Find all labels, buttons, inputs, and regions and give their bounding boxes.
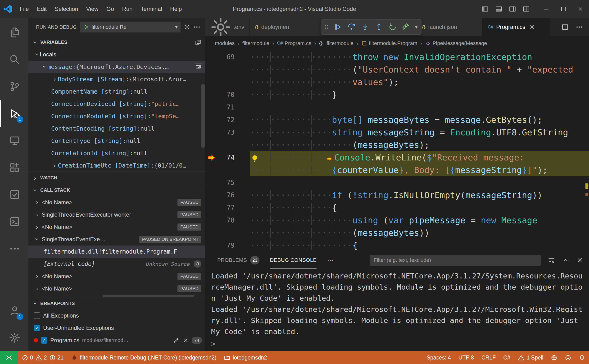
close-icon[interactable] (183, 337, 189, 343)
breadcrumb-item[interactable]: modules (215, 40, 234, 46)
breakpoint-checkbox[interactable]: ✓ (34, 325, 40, 331)
activity-search[interactable] (0, 46, 28, 73)
call-stack-section-header[interactable]: › CALL STACK (28, 184, 205, 196)
code-line-content[interactable]: ····················using (var pipeMessa… (250, 214, 589, 227)
layout-grid-icon[interactable] (523, 6, 530, 13)
code-line-content[interactable]: ················byte[] messageBytes = me… (250, 114, 589, 126)
gutter[interactable]: 74 (205, 151, 250, 164)
activity-tasks[interactable] (0, 181, 28, 208)
chevron-down-icon[interactable]: ▾ (414, 24, 419, 30)
gutter[interactable]: 76 (205, 189, 250, 202)
activity-remote-terminal[interactable] (0, 208, 28, 235)
menu-file[interactable]: File (16, 0, 33, 18)
activity-more-views[interactable] (0, 235, 28, 262)
call-stack-thread-row[interactable]: ›<No Name>PAUSED (28, 221, 205, 233)
gutter[interactable]: 78 (205, 214, 250, 227)
breadcrumb-item[interactable]: filtermodule.Program (361, 40, 417, 46)
breadcrumb-item[interactable]: PipeMessage(Message (425, 40, 487, 46)
chevron-icon[interactable]: › (33, 51, 41, 58)
breakpoints-section-header[interactable]: › BREAKPOINTS (28, 297, 205, 310)
status-eol[interactable]: CRLF (478, 351, 499, 364)
close-window-button[interactable] (572, 0, 589, 18)
step-into-button[interactable] (359, 21, 371, 33)
variable-row[interactable]: ›Locals (28, 48, 205, 61)
gutter[interactable] (205, 76, 250, 88)
call-stack-thread-row[interactable]: ›<No Name>PAUSED (28, 282, 205, 295)
chevron-icon[interactable]: › (34, 273, 40, 280)
activity-accounts[interactable]: 1 (0, 297, 28, 324)
breakpoint-row[interactable]: ✓User-Unhandled Exceptions (28, 322, 205, 334)
disconnect-button[interactable] (400, 21, 413, 33)
breadcrumb-item[interactable]: filtermodule (242, 40, 269, 46)
activity-extensions[interactable] (0, 154, 28, 181)
call-stack-thread-row[interactable]: ›SingleThreadEventExe…PAUSED ON BREAKPOI… (28, 233, 205, 246)
debug-session-status[interactable]: filtermodule Remote Debug (.NET Core) (i… (67, 351, 220, 364)
code-line-content[interactable] (250, 101, 589, 114)
menu-help[interactable]: Help (166, 0, 186, 18)
console-filter-input[interactable] (370, 255, 541, 266)
code-line-content[interactable]: ····················(messageBytes); (250, 139, 589, 151)
call-stack-thread-row[interactable]: ›<No Name>PAUSED (28, 270, 205, 282)
scrollbar-thumb[interactable] (201, 84, 205, 148)
restart-button[interactable] (386, 21, 399, 33)
variable-row[interactable]: ComponentName [string]: null (28, 85, 205, 98)
code-line-content[interactable]: ················if (!string.IsNullOrEmpt… (250, 189, 589, 202)
call-stack-frame-row[interactable]: filtermodule.dll!filtermodule.Program.F (28, 246, 205, 258)
split-editor-icon[interactable] (562, 23, 569, 31)
horizontal-scrollbar[interactable] (28, 295, 205, 297)
gutter[interactable] (205, 164, 250, 176)
tab-debug-console[interactable]: DEBUG CONSOLE (270, 252, 317, 268)
start-debugging-icon[interactable] (83, 24, 89, 30)
status-notifications[interactable] (575, 351, 589, 364)
gear-icon[interactable] (183, 23, 190, 31)
overview-ruler[interactable] (585, 51, 589, 252)
gutter[interactable] (205, 139, 250, 151)
step-out-button[interactable] (372, 21, 385, 33)
panel-more-actions-icon[interactable]: ⋯ (327, 256, 334, 264)
breadcrumb-item[interactable]: {}filtermodule (319, 40, 354, 46)
scrollbar-thumb[interactable] (103, 295, 194, 297)
more-actions-icon[interactable] (576, 23, 583, 31)
debug-config-dropdown[interactable]: filtermodule Re ▾ (80, 22, 181, 32)
call-stack-thread-row[interactable]: ›<No Name>PAUSED (28, 196, 205, 208)
console-prompt[interactable]: > (211, 338, 583, 349)
chevron-icon[interactable]: › (34, 223, 40, 231)
menu-terminal[interactable]: Terminal (136, 0, 166, 18)
chevron-icon[interactable]: › (51, 75, 58, 83)
gutter[interactable]: 79 (205, 239, 250, 252)
remote-indicator[interactable] (0, 351, 18, 364)
maximize-button[interactable] (555, 0, 572, 18)
activity-settings[interactable] (0, 324, 28, 351)
code-line-content[interactable]: ················} (250, 88, 589, 101)
code-line-content[interactable] (250, 176, 589, 189)
variable-row[interactable]: ContentType [string]: null (28, 135, 205, 147)
status-spell[interactable]: 1 Spell (514, 351, 547, 364)
activity-source-control[interactable] (0, 73, 28, 100)
step-over-button[interactable] (345, 21, 358, 33)
gutter[interactable]: 73 (205, 126, 250, 139)
variable-row[interactable]: ›message: {Microsoft.Azure.Devices.… (28, 61, 205, 73)
menu-edit[interactable]: Edit (33, 0, 51, 18)
status-indentation[interactable]: Spaces: 4 (423, 351, 455, 364)
chevron-icon[interactable]: › (51, 162, 58, 169)
code-line-content[interactable]: ····················("UserContext doesn'… (250, 63, 589, 76)
variable-row[interactable]: ›BodyStream [Stream]: {Microsoft.Azur… (28, 73, 205, 85)
watch-section-header[interactable]: › WATCH (28, 172, 205, 184)
chevron-icon[interactable]: › (34, 285, 40, 292)
code-line-content[interactable]: ····················(messageBytes)) (250, 227, 589, 239)
status-feedback[interactable] (561, 351, 575, 364)
menu-view[interactable]: View (82, 0, 103, 18)
tab-launch-json[interactable]: {}launch.json (417, 18, 482, 36)
variable-row[interactable]: ContentEncoding [string]: null (28, 122, 205, 135)
chevron-icon[interactable]: › (34, 211, 40, 219)
activity-explorer[interactable] (0, 19, 28, 46)
code-line-content[interactable]: ····················{ (250, 239, 589, 252)
call-stack-thread-row[interactable]: ›SingleThreadEventExecutor workerPAUSED (28, 208, 205, 221)
gutter[interactable]: 75 (205, 176, 250, 189)
breakpoint-checkbox[interactable] (34, 312, 40, 319)
clear-console-icon[interactable] (548, 257, 555, 264)
collapse-all-icon[interactable] (195, 39, 201, 46)
tab-program-cs[interactable]: C#Program.cs (482, 18, 550, 36)
variable-row[interactable]: ConnectionDeviceId [string]: "patric… (28, 98, 205, 110)
code-line-content[interactable]: ···············Console.WriteLine($"Recei… (250, 151, 589, 164)
